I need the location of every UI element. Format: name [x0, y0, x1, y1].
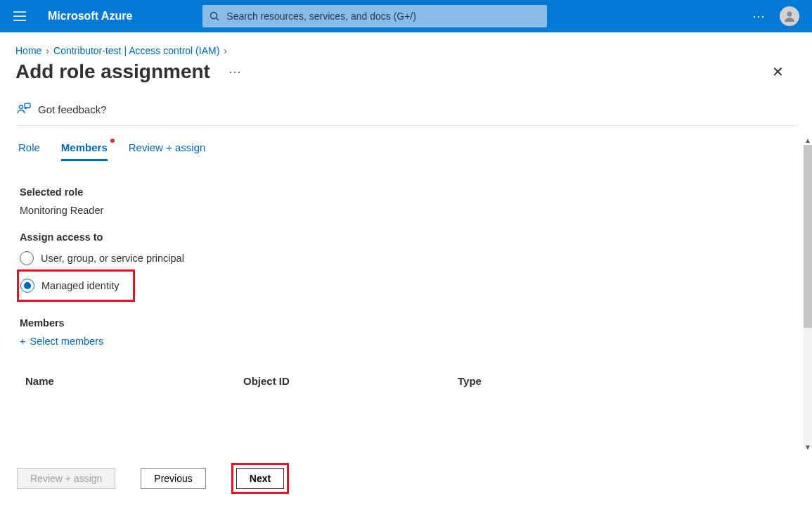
scroll-down-icon[interactable]: ▼ — [804, 443, 812, 452]
radio-user-group[interactable]: User, group, or service principal — [20, 250, 792, 267]
tab-review[interactable]: Review + assign — [129, 141, 206, 161]
col-object-id: Object ID — [243, 375, 458, 387]
radio-selected-icon — [20, 279, 34, 293]
topbar: Microsoft Azure ⋯ — [0, 0, 812, 32]
col-name: Name — [25, 375, 243, 387]
breadcrumb-item[interactable]: Contributor-test | Access control (IAM) — [53, 45, 219, 56]
next-button[interactable]: Next — [236, 468, 284, 489]
svg-line-4 — [217, 18, 219, 21]
members-form: Selected role Monitoring Reader Assign a… — [0, 161, 812, 393]
tab-label: Review + assign — [129, 141, 206, 153]
radio-managed-identity[interactable]: Managed identity — [20, 277, 119, 294]
tabs: Role Members Review + assign — [0, 126, 812, 161]
selected-role-value: Monitoring Reader — [20, 205, 792, 216]
chevron-right-icon: › — [224, 45, 227, 56]
global-search[interactable] — [202, 5, 547, 27]
select-members-label: Select members — [30, 336, 103, 347]
tab-members[interactable]: Members — [61, 141, 108, 161]
svg-rect-7 — [25, 103, 30, 108]
avatar[interactable] — [780, 6, 799, 26]
tab-role[interactable]: Role — [18, 141, 40, 161]
brand-label: Microsoft Azure — [48, 10, 132, 23]
scrollbar-thumb[interactable] — [804, 145, 812, 328]
feedback-icon — [17, 103, 31, 115]
breadcrumb: Home › Contributor-test | Access control… — [0, 32, 812, 56]
plus-icon: + — [20, 336, 25, 347]
members-heading: Members — [20, 317, 792, 329]
tab-label: Members — [61, 141, 108, 153]
breadcrumb-home[interactable]: Home — [15, 45, 41, 56]
svg-point-5 — [787, 12, 792, 17]
radio-label: User, group, or service principal — [41, 253, 184, 264]
radio-icon — [20, 251, 34, 265]
search-icon — [210, 11, 219, 21]
chevron-right-icon: › — [46, 45, 49, 56]
title-more-icon[interactable]: ⋯ — [228, 64, 243, 80]
radio-label: Managed identity — [41, 280, 119, 291]
more-icon[interactable]: ⋯ — [752, 8, 767, 24]
svg-point-3 — [211, 13, 217, 19]
highlight-managed-identity: Managed identity — [17, 269, 135, 302]
highlight-next: Next — [231, 463, 289, 494]
search-input[interactable] — [226, 11, 540, 22]
tab-label: Role — [18, 141, 40, 153]
assign-heading: Assign access to — [20, 231, 792, 243]
scroll-up-icon[interactable]: ▲ — [804, 136, 812, 145]
selected-role-heading: Selected role — [20, 186, 792, 198]
close-icon[interactable]: ✕ — [772, 63, 784, 80]
page-title: Add role assignment — [15, 61, 210, 83]
feedback-link[interactable]: Got feedback? — [0, 96, 812, 125]
select-members-link[interactable]: + Select members — [20, 336, 792, 347]
svg-point-6 — [19, 105, 22, 108]
attention-dot-icon — [110, 139, 115, 143]
previous-button[interactable]: Previous — [141, 468, 205, 489]
members-table-header: Name Object ID Type — [20, 347, 792, 393]
review-assign-button: Review + assign — [17, 468, 115, 489]
menu-icon[interactable] — [7, 4, 32, 29]
feedback-label: Got feedback? — [38, 103, 107, 115]
col-type: Type — [458, 375, 787, 387]
wizard-footer: Review + assign Previous Next — [17, 463, 289, 494]
